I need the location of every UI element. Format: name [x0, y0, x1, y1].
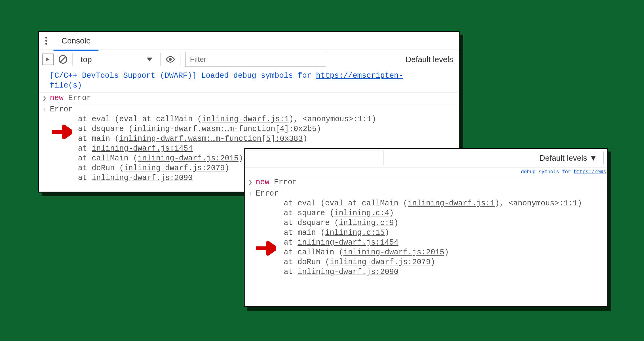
- log-levels-selector[interactable]: Default levels: [405, 55, 456, 64]
- stack-frame: at square (inlining.c:4): [284, 208, 607, 218]
- stack-frame: at doRun (inlining-dwarf.js:2079): [284, 257, 607, 267]
- info-text-2: file(s): [50, 81, 82, 90]
- output-chevron-icon[interactable]: ‹: [248, 190, 254, 198]
- stack-trace: at eval (eval at callMain (inlining-dwar…: [256, 199, 607, 277]
- filter-input[interactable]: [185, 52, 326, 67]
- input-rest: Error: [269, 178, 297, 187]
- info-text: debug symbols for: [521, 169, 574, 175]
- stack-frame: at eval (eval at callMain (inlining-dwar…: [78, 114, 459, 124]
- source-link[interactable]: inlining-dwarf.js:2079: [330, 258, 431, 267]
- svg-point-2: [45, 43, 47, 45]
- tab-label: Console: [61, 36, 91, 46]
- source-link[interactable]: inlining.c:4: [334, 209, 389, 218]
- source-link[interactable]: inlining-dwarf.js:1454: [298, 238, 398, 247]
- console-toolbar: top Default levels: [39, 50, 459, 69]
- info-text: [C/C++ DevTools Support (DWARF)] Loaded …: [50, 71, 316, 80]
- log-info: debug symbols for https://ems: [245, 167, 607, 177]
- error-label: Error: [256, 189, 279, 198]
- source-link[interactable]: inlining-dwarf.wasm:…m-function[5]:0x383: [119, 134, 303, 143]
- toggle-sidebar-button[interactable]: [42, 54, 54, 65]
- error-label: Error: [50, 105, 73, 114]
- separator: [603, 152, 604, 164]
- stack-frame: at main (inlining.c:15): [284, 228, 607, 238]
- filter-input[interactable]: [246, 151, 383, 165]
- devtools-console-after: Default levels ▼ debug symbols for https…: [244, 148, 608, 307]
- svg-point-5: [169, 58, 172, 61]
- svg-line-4: [60, 57, 66, 62]
- svg-point-1: [45, 40, 47, 42]
- stack-frame: at main (inlining-dwarf.wasm:…m-function…: [78, 134, 459, 144]
- tab-console[interactable]: Console: [54, 31, 98, 51]
- source-link[interactable]: inlining-dwarf.js:2090: [92, 174, 193, 182]
- stack-frame: at callMain (inlining-dwarf.js:2015): [284, 248, 607, 257]
- separator: [72, 53, 73, 66]
- input-chevron-icon: ❯: [43, 94, 49, 103]
- console-toolbar: Default levels ▼: [245, 149, 607, 167]
- more-menu-button[interactable]: [39, 37, 54, 45]
- cancel-icon: [58, 55, 68, 64]
- log-levels-selector[interactable]: Default levels ▼: [539, 153, 598, 163]
- input-keyword: new: [256, 178, 269, 187]
- log-levels-label: Default levels ▼: [539, 153, 597, 163]
- stack-frame: at eval (eval at callMain (inlining-dwar…: [284, 199, 607, 208]
- stack-frame: at dsquare (inlining-dwarf.wasm:…m-funct…: [78, 124, 459, 134]
- input-chevron-icon: ❯: [248, 178, 254, 187]
- stack-frame: at inlining-dwarf.js:1454: [284, 238, 607, 248]
- play-icon: [46, 57, 50, 62]
- chevron-down-icon: [147, 58, 152, 62]
- console-messages: ❯new Error ‹Error at eval (eval at callM…: [245, 177, 607, 278]
- source-link[interactable]: inlining-dwarf.js:2090: [298, 268, 398, 276]
- output-chevron-icon[interactable]: ‹: [43, 106, 49, 114]
- clear-console-button[interactable]: [58, 55, 68, 64]
- info-link[interactable]: https://ems: [574, 169, 606, 175]
- live-expression-button[interactable]: [165, 54, 175, 64]
- eye-icon: [165, 54, 175, 64]
- input-rest: Error: [64, 94, 91, 103]
- tab-bar: Console: [39, 32, 459, 50]
- svg-point-0: [45, 37, 47, 39]
- source-link[interactable]: inlining-dwarf.js:1: [202, 115, 289, 124]
- source-link[interactable]: inlining-dwarf.js:1454: [92, 144, 193, 153]
- log-info: [C/C++ DevTools Support (DWARF)] Loaded …: [39, 69, 459, 93]
- kebab-icon: [43, 37, 49, 45]
- console-output-row: ‹Error at eval (eval at callMain (inlini…: [245, 188, 607, 278]
- source-link[interactable]: inlining-dwarf.js:2015: [138, 154, 239, 163]
- separator: [180, 53, 180, 66]
- log-levels-label: Default levels: [405, 55, 453, 64]
- separator: [160, 53, 161, 66]
- input-keyword: new: [50, 94, 64, 103]
- source-link[interactable]: inlining-dwarf.js:2079: [124, 164, 225, 173]
- stack-frame: at dsquare (inlining.c:9): [284, 218, 607, 228]
- stack-frame: at inlining-dwarf.js:2090: [284, 267, 607, 277]
- source-link[interactable]: inlining-dwarf.js:2015: [343, 248, 444, 257]
- context-label: top: [81, 55, 92, 64]
- console-input-row[interactable]: ❯new Error: [39, 93, 459, 104]
- context-selector[interactable]: top: [78, 55, 155, 64]
- source-link[interactable]: inlining.c:9: [339, 219, 394, 227]
- info-link[interactable]: https://emscripten-: [316, 71, 403, 80]
- source-link[interactable]: inlining.c:15: [325, 228, 385, 237]
- source-link[interactable]: inlining-dwarf.js:1: [408, 199, 495, 208]
- console-input-row[interactable]: ❯new Error: [245, 177, 607, 188]
- source-link[interactable]: inlining-dwarf.wasm:…m-function[4]:0x2b5: [133, 125, 316, 133]
